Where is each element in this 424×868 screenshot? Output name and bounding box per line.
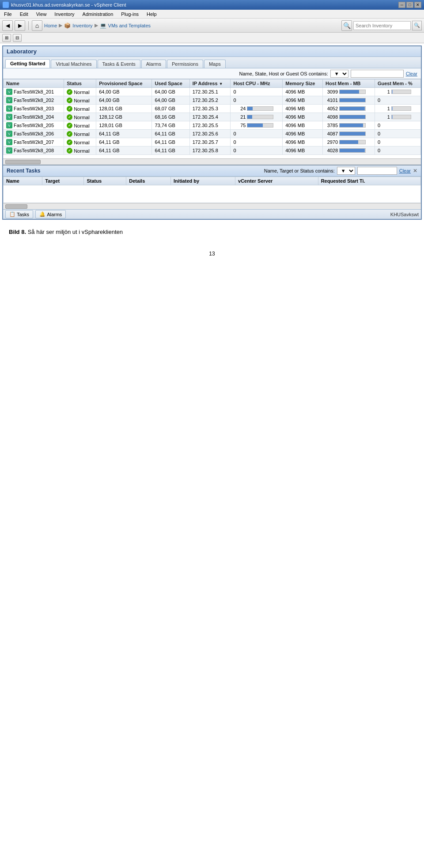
close-button[interactable]: ✕ [414, 2, 421, 8]
tab-tasks---events[interactable]: Tasks & Events [98, 60, 140, 68]
menu-item-view[interactable]: View [34, 11, 49, 17]
guest-mem-pct: 0 [375, 130, 420, 138]
guest-mem-pct: 1 [375, 113, 420, 121]
search-input[interactable] [353, 21, 411, 30]
col-host-cpu---mhz[interactable]: Host CPU - MHz [231, 79, 283, 88]
guest-mem-pct: 1 [375, 88, 420, 96]
memory-size: 4096 MB [283, 105, 323, 113]
col-memory-size[interactable]: Memory Size [283, 79, 323, 88]
hscrollbar[interactable] [3, 158, 421, 165]
tab-virtual-machines[interactable]: Virtual Machines [51, 60, 96, 68]
used-space: 64,11 GB [152, 147, 189, 155]
home-label[interactable]: Home [44, 23, 57, 28]
search-button[interactable]: 🔍 [412, 21, 422, 30]
tab-maps[interactable]: Maps [204, 60, 226, 68]
table-row[interactable]: V FasTestW2k8_204 ✓ Normal 128,12 GB68,1… [4, 113, 421, 121]
vms-label[interactable]: VMs and Templates [108, 23, 151, 28]
cpu-mhz: 75 [231, 121, 283, 130]
window-title: khusvc01.khus.ad.svenskakyrkan.se - vSph… [11, 2, 126, 8]
col-name[interactable]: Name [4, 79, 64, 88]
tasks-col-name[interactable]: Name [4, 177, 42, 185]
tasks-tab[interactable]: 📋 Tasks [5, 210, 33, 218]
tab-permissions[interactable]: Permissions [167, 60, 203, 68]
col-provisioned-space[interactable]: Provisioned Space [96, 79, 152, 88]
vm-table-container: NameStatusProvisioned SpaceUsed SpaceIP … [3, 79, 421, 158]
status-text: Normal [74, 106, 89, 112]
table-row[interactable]: V FasTestW2k8_208 ✓ Normal 64,11 GB64,11… [4, 147, 421, 155]
home-button[interactable]: ⌂ [32, 20, 42, 31]
status-text: Normal [74, 115, 89, 120]
status-icon: ✓ [67, 131, 72, 137]
col-guest-mem----[interactable]: Guest Mem - % [375, 79, 420, 88]
status-icon: ✓ [67, 123, 72, 128]
cpu-mhz: 0 [231, 138, 283, 147]
vm-name: FasTestW2k8_202 [14, 98, 54, 103]
table-row[interactable]: V FasTestW2k8_206 ✓ Normal 64,11 GB64,11… [4, 130, 421, 138]
tab-alarms[interactable]: Alarms [141, 60, 166, 68]
back-button[interactable]: ◀ [2, 20, 13, 31]
forward-button[interactable]: ▶ [15, 20, 25, 31]
filter-input[interactable] [351, 70, 404, 78]
table-row[interactable]: V FasTestW2k8_205 ✓ Normal 128,01 GB73,7… [4, 121, 421, 130]
table-row[interactable]: V FasTestW2k8_207 ✓ Normal 64,11 GB64,11… [4, 138, 421, 147]
host-mem-mb: 4087 [323, 130, 375, 138]
alarms-tab[interactable]: 🔔 Alarms [35, 210, 66, 218]
tasks-col-details[interactable]: Details [126, 177, 171, 185]
tasks-close-icon[interactable]: ✕ [413, 168, 417, 174]
tab-getting-started[interactable]: Getting Started [5, 59, 50, 68]
status-icon: ✓ [67, 148, 72, 154]
breadcrumb-sep1: ▶ [59, 23, 62, 28]
memory-size: 4096 MB [283, 96, 323, 105]
used-space: 64,00 GB [152, 88, 189, 96]
search-dropdown[interactable]: 🔍 [341, 20, 352, 31]
col-used-space[interactable]: Used Space [152, 79, 189, 88]
caption-prefix: Bild 8. [9, 229, 26, 235]
col-ip-address[interactable]: IP Address ▼ [189, 79, 231, 88]
menu-item-file[interactable]: File [2, 11, 14, 17]
toolbar2-btn2[interactable]: ⊟ [13, 34, 22, 42]
provisioned-space: 64,11 GB [96, 130, 152, 138]
used-space: 64,11 GB [152, 130, 189, 138]
ip-address: 172.30.25.3 [189, 105, 231, 113]
alarms-tab-label: Alarms [47, 212, 62, 217]
tasks-col-status[interactable]: Status [84, 177, 126, 185]
tasks-col-vcenter-server[interactable]: vCenter Server [235, 177, 318, 185]
toolbar2-btn1[interactable]: ⊞ [2, 34, 11, 42]
col-host-mem---mb[interactable]: Host Mem - MB [323, 79, 375, 88]
provisioned-space: 128,01 GB [96, 105, 152, 113]
minimize-button[interactable]: ─ [398, 2, 405, 8]
tasks-col-requested-start-ti-[interactable]: Requested Start Ti. [318, 177, 420, 185]
status-text: Normal [74, 148, 89, 154]
filter-dropdown[interactable]: ▼ [330, 70, 348, 78]
ip-address: 172.30.25.2 [189, 96, 231, 105]
tasks-filter-input[interactable] [357, 167, 397, 175]
status-text: Normal [74, 123, 89, 128]
table-row[interactable]: V FasTestW2k8_201 ✓ Normal 64,00 GB64,00… [4, 88, 421, 96]
used-space: 68,16 GB [152, 113, 189, 121]
tasks-hscrollbar[interactable] [3, 203, 421, 209]
table-row[interactable]: V FasTestW2k8_202 ✓ Normal 64,00 GB64,00… [4, 96, 421, 105]
table-row[interactable]: V FasTestW2k8_203 ✓ Normal 128,01 GB68,0… [4, 105, 421, 113]
menu-item-plug-ins[interactable]: Plug-ins [119, 11, 140, 17]
tasks-filter-dropdown[interactable]: ▼ [337, 167, 355, 175]
tasks-col-target[interactable]: Target [42, 177, 84, 185]
menu-item-administration[interactable]: Administration [81, 11, 115, 17]
cpu-mhz: 0 [231, 147, 283, 155]
tasks-col-initiated-by[interactable]: Initiated by [171, 177, 235, 185]
col-status[interactable]: Status [64, 79, 96, 88]
guest-mem-pct: 0 [375, 121, 420, 130]
ip-address: 172.30.25.1 [189, 88, 231, 96]
vm-name: FasTestW2k8_204 [14, 114, 54, 120]
inventory-icon: 📦 [64, 23, 71, 29]
filter-label: Name, State, Host or Guest OS contains: [239, 71, 328, 76]
maximize-button[interactable]: □ [406, 2, 413, 8]
menu-item-edit[interactable]: Edit [18, 11, 30, 17]
menu-item-help[interactable]: Help [145, 11, 159, 17]
filter-clear[interactable]: Clear [406, 71, 417, 76]
ip-address: 172.30.25.6 [189, 130, 231, 138]
inventory-label[interactable]: Inventory [72, 23, 92, 28]
tasks-clear[interactable]: Clear [399, 168, 411, 173]
menu-item-inventory[interactable]: Inventory [53, 11, 76, 17]
memory-size: 4096 MB [283, 130, 323, 138]
tasks-title: Recent Tasks [7, 168, 40, 174]
